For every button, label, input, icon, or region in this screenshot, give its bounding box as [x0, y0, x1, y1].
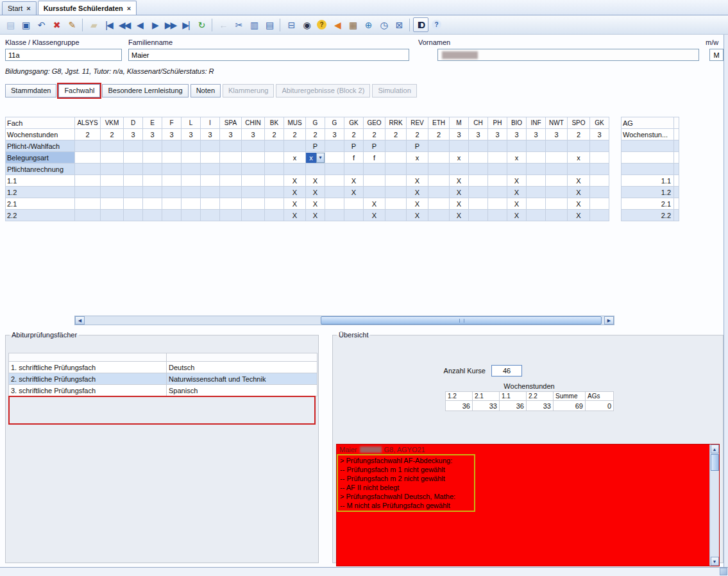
fachwahl-cell[interactable]: X: [306, 187, 325, 198]
fachwahl-cell[interactable]: [428, 152, 450, 164]
fachwahl-cell[interactable]: X: [507, 175, 527, 187]
ag-cell[interactable]: 2.1: [622, 198, 674, 210]
fachwahl-cell[interactable]: [488, 175, 507, 187]
fachwahl-cell[interactable]: [124, 140, 143, 152]
fachwahl-cell[interactable]: [546, 140, 568, 152]
fachwahl-cell[interactable]: [527, 198, 546, 210]
fachwahl-cell[interactable]: [220, 187, 242, 198]
fachwahl-cell[interactable]: [546, 210, 568, 221]
fachwahl-cell[interactable]: [527, 187, 546, 198]
fachwahl-cell[interactable]: [568, 164, 590, 175]
row-label-2-2[interactable]: 2.2: [6, 210, 75, 221]
fachwahl-cell[interactable]: [385, 152, 407, 164]
fachwahl-cell[interactable]: [162, 187, 182, 198]
fachwahl-cell[interactable]: [488, 198, 507, 210]
fachwahl-cell[interactable]: [143, 175, 162, 187]
fachwahl-cell[interactable]: [428, 140, 450, 152]
fachwahl-cell[interactable]: [162, 152, 182, 164]
edit-icon[interactable]: ✎: [64, 17, 79, 32]
fachwahl-cell[interactable]: [325, 187, 344, 198]
fachwahl-cell[interactable]: 3: [143, 129, 162, 140]
fachwahl-cell[interactable]: [325, 140, 344, 152]
scroll-down-icon[interactable]: ▼: [711, 557, 719, 566]
tab-besondere-lernleistung[interactable]: Besondere Lernleistung: [102, 84, 188, 97]
fachwahl-cell[interactable]: [527, 164, 546, 175]
row-label-pflichtanrechnung[interactable]: Pflichtanrechnung: [6, 164, 75, 175]
fachwahl-cell[interactable]: [385, 164, 407, 175]
familienname-input[interactable]: [128, 49, 409, 61]
fachwahl-cell[interactable]: [220, 198, 242, 210]
fachwahl-cell[interactable]: [101, 152, 124, 164]
first-record-icon[interactable]: |◀: [101, 17, 116, 32]
vornamen-input[interactable]: [437, 49, 699, 61]
ag-cell[interactable]: [674, 187, 679, 198]
copy-icon[interactable]: ▥: [246, 17, 261, 32]
fachwahl-cell[interactable]: [325, 164, 344, 175]
row-label-pflicht-wahlfach[interactable]: Pflicht-/Wahlfach: [6, 140, 75, 152]
abacus-icon[interactable]: ▦: [345, 17, 360, 32]
fachwahl-cell[interactable]: [242, 164, 265, 175]
fachwahl-cell[interactable]: [101, 175, 124, 187]
fachwahl-cell[interactable]: [201, 164, 220, 175]
fachwahl-cell[interactable]: [124, 152, 143, 164]
fachwahl-cell[interactable]: [469, 198, 488, 210]
fachwahl-cell[interactable]: X: [450, 175, 469, 187]
fachwahl-cell[interactable]: [546, 187, 568, 198]
fachwahl-cell[interactable]: 2: [407, 129, 428, 140]
fachwahl-cell[interactable]: [220, 140, 242, 152]
fachwahl-cell[interactable]: [284, 140, 306, 152]
fachwahl-cell[interactable]: [182, 140, 201, 152]
fachwahl-cell[interactable]: [469, 140, 488, 152]
fachwahl-cell[interactable]: [344, 164, 364, 175]
fachwahl-cell[interactable]: X: [450, 198, 469, 210]
fachwahl-cell[interactable]: [469, 152, 488, 164]
fachwahl-cell[interactable]: [428, 187, 450, 198]
fachwahl-cell[interactable]: [182, 164, 201, 175]
fachwahl-cell[interactable]: [590, 152, 609, 164]
fachwahl-cell[interactable]: [143, 210, 162, 221]
fachwahl-cell[interactable]: [488, 187, 507, 198]
fachwahl-cell[interactable]: [101, 164, 124, 175]
row-label-wochenstunden[interactable]: Wochenstunden: [6, 129, 75, 140]
fachwahl-cell[interactable]: [265, 140, 284, 152]
pruefungsfach-label[interactable]: 2. schriftliche Prüfungsfach: [9, 373, 167, 385]
fachwahl-cell[interactable]: [306, 164, 325, 175]
fachwahl-cell[interactable]: X: [507, 198, 527, 210]
tab-stammdaten[interactable]: Stammdaten: [5, 84, 56, 97]
fachwahl-cell[interactable]: [385, 210, 407, 221]
fachwahl-cell[interactable]: 2: [344, 129, 364, 140]
fachwahl-cell[interactable]: [75, 140, 101, 152]
clock-icon[interactable]: ◷: [376, 17, 391, 32]
fachwahl-cell[interactable]: 3: [220, 129, 242, 140]
fachwahl-cell[interactable]: [201, 140, 220, 152]
fachwahl-cell[interactable]: X: [364, 210, 385, 221]
fachwahl-cell[interactable]: [469, 187, 488, 198]
print-icon[interactable]: ⊟: [284, 17, 298, 32]
scroll-left-icon[interactable]: ◀: [75, 316, 85, 325]
fachwahl-cell[interactable]: [124, 164, 143, 175]
fachwahl-cell[interactable]: [124, 210, 143, 221]
id-button[interactable]: ID: [413, 17, 428, 32]
fachwahl-cell[interactable]: [201, 152, 220, 164]
fachwahl-cell[interactable]: [75, 175, 101, 187]
fachwahl-cell[interactable]: [201, 210, 220, 221]
fachwahl-cell[interactable]: x: [507, 152, 527, 164]
fachwahl-cell[interactable]: [242, 198, 265, 210]
ag-cell[interactable]: [674, 140, 679, 152]
scrollbar-track[interactable]: [711, 453, 719, 557]
last-record-icon[interactable]: ▶|: [178, 17, 193, 32]
fachwahl-cell[interactable]: [325, 152, 344, 164]
fachwahl-cell[interactable]: [590, 175, 609, 187]
fachwahl-cell[interactable]: 3: [488, 129, 507, 140]
fachwahl-cell[interactable]: [450, 140, 469, 152]
fachwahl-cell[interactable]: X: [507, 187, 527, 198]
fachwahl-cell[interactable]: X: [344, 175, 364, 187]
fachwahl-cell[interactable]: [407, 164, 428, 175]
fachwahl-cell[interactable]: X: [344, 187, 364, 198]
fachwahl-cell[interactable]: [590, 198, 609, 210]
ag-cell[interactable]: [674, 164, 679, 175]
new-icon[interactable]: ▤: [3, 17, 17, 32]
fachwahl-cell[interactable]: 2: [101, 129, 124, 140]
fachwahl-cell[interactable]: 2: [265, 129, 284, 140]
fachwahl-cell[interactable]: 2: [75, 129, 101, 140]
